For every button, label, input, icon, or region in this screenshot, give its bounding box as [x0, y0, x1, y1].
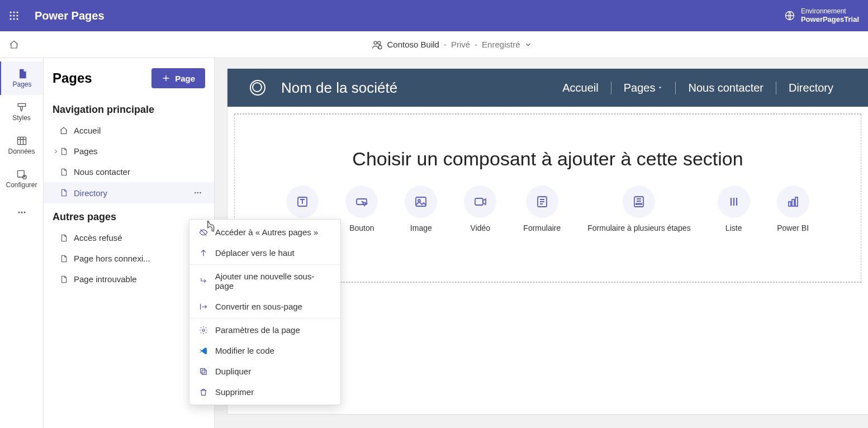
svg-point-7 [13, 18, 15, 20]
svg-rect-32 [789, 202, 791, 206]
ctx-label: Modifier le code [215, 346, 274, 355]
configure-icon [16, 169, 27, 180]
ctx-label: Paramètres de la page [215, 325, 300, 335]
svg-point-1 [13, 11, 15, 13]
app-title[interactable]: Power Pages [35, 9, 105, 22]
svg-rect-12 [378, 45, 381, 49]
svg-rect-37 [201, 368, 205, 373]
tree-item-accueil[interactable]: Accueil [44, 120, 214, 141]
powerbi-icon [777, 186, 809, 218]
ctx-separator [189, 318, 340, 318]
nav-item-configure[interactable]: Configurer [0, 162, 43, 196]
svg-point-31 [641, 203, 642, 205]
button-icon [345, 186, 378, 218]
tree-item-contact[interactable]: Nous contacter [44, 161, 214, 182]
gear-icon [198, 326, 208, 335]
main-layout: Pages Styles Données Configurer [0, 58, 868, 428]
component-list[interactable]: Liste [718, 186, 750, 232]
home-icon[interactable] [9, 40, 19, 50]
svg-point-10 [374, 41, 377, 44]
site-link-accueil[interactable]: Accueil [550, 82, 610, 94]
ctx-edit-code[interactable]: Modifier le code [189, 340, 340, 361]
ctx-label: Supprimer [215, 387, 254, 397]
component-powerbi[interactable]: Power BI [777, 186, 809, 232]
brush-icon [16, 102, 27, 113]
caret-down-icon [657, 85, 663, 91]
image-icon [405, 186, 437, 218]
svg-point-4 [13, 15, 15, 16]
ctx-page-settings[interactable]: Paramètres de la page [189, 320, 340, 340]
component-multistep-form[interactable]: Formulaire à plusieurs étapes [587, 186, 690, 232]
svg-rect-28 [634, 197, 643, 207]
svg-point-3 [10, 15, 11, 16]
site-breadcrumb[interactable]: Contoso Build - Privé - Enregistré [45, 39, 859, 50]
ctx-duplicate[interactable]: Dupliquer [189, 361, 340, 382]
arrow-up-icon [198, 249, 208, 258]
ctx-label: Dupliquer [215, 367, 251, 376]
tree-item-pages[interactable]: Pages [44, 141, 214, 161]
text-icon [286, 186, 319, 218]
svg-point-6 [10, 18, 11, 20]
ctx-add-subpage[interactable]: Ajouter une nouvelle sous-page [189, 266, 340, 296]
site-nav-bar: Nom de la société Accueil Pages Nous con… [227, 69, 868, 107]
site-sep1: - [444, 40, 447, 49]
svg-rect-36 [202, 370, 206, 374]
nav-item-pages[interactable]: Pages [0, 61, 43, 95]
nav-item-more[interactable] [0, 196, 43, 229]
chevron-down-icon [524, 41, 532, 49]
nav-item-data[interactable]: Données [0, 129, 43, 162]
nav-item-styles[interactable]: Styles [0, 95, 43, 129]
environment-picker[interactable]: Environnement PowerPagesTrial [784, 7, 859, 24]
ctx-move-up[interactable]: Déplacer vers le haut [189, 242, 340, 263]
add-page-button[interactable]: Page [151, 68, 205, 88]
app-launcher-icon[interactable] [9, 11, 19, 21]
ctx-move-to-other-pages[interactable]: Accéder à « Autres pages » [189, 222, 340, 242]
ctx-convert-subpage[interactable]: Convertir en sous-page [189, 296, 340, 317]
page-icon [59, 147, 68, 156]
svg-point-21 [200, 192, 201, 193]
component-video[interactable]: Vidéo [464, 186, 496, 232]
company-name[interactable]: Nom de la société [281, 79, 397, 97]
svg-point-2 [16, 11, 18, 13]
eye-off-icon [198, 228, 208, 237]
site-nav-links: Accueil Pages Nous contacter Directory [550, 82, 846, 94]
plus-icon [162, 74, 170, 83]
tree-item-label: Page hors connexi... [74, 254, 150, 263]
ctx-delete[interactable]: Supprimer [189, 382, 340, 402]
component-button[interactable]: Bouton [345, 186, 378, 232]
svg-point-0 [10, 11, 11, 13]
chevron-right-icon[interactable] [53, 148, 59, 155]
site-sep2: - [475, 40, 477, 49]
svg-rect-26 [475, 198, 483, 205]
site-link-pages[interactable]: Pages [611, 82, 676, 94]
component-image[interactable]: Image [405, 186, 437, 232]
tree-item-label: Accès refusé [74, 233, 122, 242]
component-label: Image [410, 223, 432, 232]
more-icon [16, 207, 27, 218]
site-link-directory[interactable]: Directory [776, 82, 846, 94]
component-label: Liste [725, 223, 742, 232]
tree-item-label: Page introuvable [74, 274, 137, 284]
svg-point-20 [197, 192, 198, 193]
svg-point-19 [195, 192, 196, 193]
globe-icon [784, 10, 795, 21]
environment-text: Environnement PowerPagesTrial [801, 7, 859, 24]
component-form[interactable]: Formulaire [523, 186, 561, 232]
sub-header: Contoso Build - Privé - Enregistré [0, 31, 868, 58]
page-icon [59, 168, 68, 177]
tree-item-more-button[interactable] [191, 188, 205, 198]
tree-item-label: Pages [74, 146, 98, 156]
svg-rect-34 [795, 197, 798, 206]
duplicate-icon [198, 367, 208, 376]
svg-point-16 [18, 212, 20, 213]
component-label: Formulaire à plusieurs étapes [587, 223, 690, 232]
svg-rect-13 [17, 137, 26, 144]
svg-point-11 [377, 41, 380, 44]
tree-item-directory[interactable]: Directory [44, 182, 214, 203]
ctx-label: Accéder à « Autres pages » [215, 227, 318, 237]
site-privacy: Privé [451, 40, 470, 49]
site-link-contact[interactable]: Nous contacter [675, 82, 776, 94]
environment-value: PowerPagesTrial [801, 15, 859, 24]
video-icon [464, 186, 496, 218]
sub-header-left [9, 40, 45, 50]
